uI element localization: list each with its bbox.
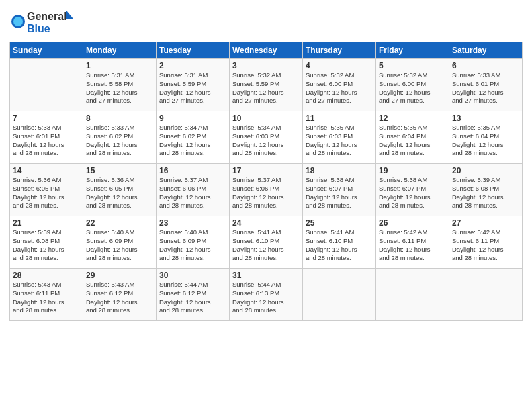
cell-content: Sunrise: 5:32 AM Sunset: 6:00 PM Dayligh… [306,71,373,105]
cell-content: Sunrise: 5:44 AM Sunset: 6:13 PM Dayligh… [232,281,300,315]
day-of-week-header: Thursday [303,42,376,59]
day-of-week-header: Wednesday [230,42,303,59]
calendar-cell: 3Sunrise: 5:32 AM Sunset: 5:59 PM Daylig… [230,59,303,111]
day-number: 25 [306,218,373,228]
cell-content: Sunrise: 5:41 AM Sunset: 6:10 PM Dayligh… [232,228,300,263]
day-number: 24 [232,218,300,228]
cell-content: Sunrise: 5:33 AM Sunset: 6:01 PM Dayligh… [13,124,80,158]
cell-content: Sunrise: 5:39 AM Sunset: 6:08 PM Dayligh… [452,176,519,210]
calendar-cell: 1Sunrise: 5:31 AM Sunset: 5:58 PM Daylig… [83,59,157,111]
calendar-cell: 15Sunrise: 5:36 AM Sunset: 6:05 PM Dayli… [83,164,157,216]
day-number: 31 [232,271,300,280]
svg-text:General: General [27,11,67,22]
calendar-cell: 5Sunrise: 5:32 AM Sunset: 6:00 PM Daylig… [376,59,449,111]
calendar-cell [449,269,523,321]
cell-content: Sunrise: 5:42 AM Sunset: 6:11 PM Dayligh… [379,228,446,263]
day-of-week-header: Tuesday [157,42,230,59]
calendar-cell: 4Sunrise: 5:32 AM Sunset: 6:00 PM Daylig… [303,59,376,111]
calendar-cell: 26Sunrise: 5:42 AM Sunset: 6:11 PM Dayli… [376,216,449,269]
day-number: 27 [452,218,519,228]
svg-point-4 [13,17,23,26]
calendar-cell: 9Sunrise: 5:34 AM Sunset: 6:02 PM Daylig… [157,111,230,164]
cell-content: Sunrise: 5:36 AM Sunset: 6:05 PM Dayligh… [86,176,153,210]
cell-content: Sunrise: 5:37 AM Sunset: 6:06 PM Dayligh… [159,176,226,210]
day-number: 19 [379,166,446,175]
calendar-cell: 10Sunrise: 5:34 AM Sunset: 6:03 PM Dayli… [230,111,303,164]
calendar-cell: 12Sunrise: 5:35 AM Sunset: 6:04 PM Dayli… [376,111,449,164]
day-number: 16 [159,166,226,175]
day-of-week-header: Sunday [10,42,83,59]
cell-content: Sunrise: 5:33 AM Sunset: 6:02 PM Dayligh… [86,124,153,158]
header: GeneralBlue [9,7,523,36]
day-number: 10 [232,113,300,123]
calendar-cell: 17Sunrise: 5:37 AM Sunset: 6:06 PM Dayli… [230,164,303,216]
calendar-cell: 19Sunrise: 5:38 AM Sunset: 6:07 PM Dayli… [376,164,449,216]
cell-content: Sunrise: 5:35 AM Sunset: 6:04 PM Dayligh… [379,124,446,158]
calendar-cell: 13Sunrise: 5:35 AM Sunset: 6:04 PM Dayli… [449,111,523,164]
calendar-cell: 20Sunrise: 5:39 AM Sunset: 6:08 PM Dayli… [449,164,523,216]
day-number: 30 [159,271,226,280]
day-number: 21 [13,218,80,228]
calendar-week-row: 14Sunrise: 5:36 AM Sunset: 6:05 PM Dayli… [10,164,523,216]
calendar-cell: 6Sunrise: 5:33 AM Sunset: 6:01 PM Daylig… [449,59,523,111]
calendar-cell: 8Sunrise: 5:33 AM Sunset: 6:02 PM Daylig… [83,111,157,164]
day-number: 26 [379,218,446,228]
calendar-cell: 24Sunrise: 5:41 AM Sunset: 6:10 PM Dayli… [230,216,303,269]
logo: GeneralBlue [9,7,77,36]
cell-content: Sunrise: 5:37 AM Sunset: 6:06 PM Dayligh… [232,176,300,210]
day-number: 3 [232,61,300,71]
day-number: 1 [86,61,153,71]
calendar-cell: 30Sunrise: 5:44 AM Sunset: 6:12 PM Dayli… [157,269,230,321]
page-container: GeneralBlue SundayMondayTuesdayWednesday… [0,0,532,328]
day-number: 28 [13,271,80,280]
calendar-week-row: 28Sunrise: 5:43 AM Sunset: 6:11 PM Dayli… [10,269,523,321]
calendar-cell: 7Sunrise: 5:33 AM Sunset: 6:01 PM Daylig… [10,111,83,164]
cell-content: Sunrise: 5:43 AM Sunset: 6:11 PM Dayligh… [13,281,80,315]
svg-text:Blue: Blue [27,23,50,34]
calendar-cell: 22Sunrise: 5:40 AM Sunset: 6:09 PM Dayli… [83,216,157,269]
day-number: 23 [159,218,226,228]
day-number: 4 [306,61,373,71]
day-of-week-header: Saturday [449,42,523,59]
calendar-cell: 23Sunrise: 5:40 AM Sunset: 6:09 PM Dayli… [157,216,230,269]
cell-content: Sunrise: 5:35 AM Sunset: 6:03 PM Dayligh… [306,124,373,158]
day-number: 12 [379,113,446,123]
cell-content: Sunrise: 5:32 AM Sunset: 5:59 PM Dayligh… [232,71,300,105]
calendar-cell: 18Sunrise: 5:38 AM Sunset: 6:07 PM Dayli… [303,164,376,216]
cell-content: Sunrise: 5:40 AM Sunset: 6:09 PM Dayligh… [159,228,226,263]
logo-svg: GeneralBlue [9,7,77,36]
day-number: 9 [159,113,226,123]
cell-content: Sunrise: 5:35 AM Sunset: 6:04 PM Dayligh… [452,124,519,158]
cell-content: Sunrise: 5:33 AM Sunset: 6:01 PM Dayligh… [452,71,519,105]
calendar-week-row: 21Sunrise: 5:39 AM Sunset: 6:08 PM Dayli… [10,216,523,269]
cell-content: Sunrise: 5:32 AM Sunset: 6:00 PM Dayligh… [379,71,446,105]
day-number: 7 [13,113,80,123]
day-of-week-header: Monday [83,42,157,59]
calendar-table: SundayMondayTuesdayWednesdayThursdayFrid… [9,42,523,321]
day-number: 20 [452,166,519,175]
calendar-week-row: 7Sunrise: 5:33 AM Sunset: 6:01 PM Daylig… [10,111,523,164]
day-number: 15 [86,166,153,175]
calendar-cell: 29Sunrise: 5:43 AM Sunset: 6:12 PM Dayli… [83,269,157,321]
day-of-week-header: Friday [376,42,449,59]
calendar-body: 1Sunrise: 5:31 AM Sunset: 5:58 PM Daylig… [10,59,523,321]
calendar-cell: 28Sunrise: 5:43 AM Sunset: 6:11 PM Dayli… [10,269,83,321]
cell-content: Sunrise: 5:38 AM Sunset: 6:07 PM Dayligh… [379,176,446,210]
calendar-cell [303,269,376,321]
day-number: 6 [452,61,519,71]
cell-content: Sunrise: 5:39 AM Sunset: 6:08 PM Dayligh… [13,228,80,263]
cell-content: Sunrise: 5:34 AM Sunset: 6:02 PM Dayligh… [159,124,226,158]
calendar-cell: 2Sunrise: 5:31 AM Sunset: 5:59 PM Daylig… [157,59,230,111]
day-number: 2 [159,61,226,71]
cell-content: Sunrise: 5:31 AM Sunset: 5:58 PM Dayligh… [86,71,153,105]
day-number: 14 [13,166,80,175]
calendar-week-row: 1Sunrise: 5:31 AM Sunset: 5:58 PM Daylig… [10,59,523,111]
cell-content: Sunrise: 5:36 AM Sunset: 6:05 PM Dayligh… [13,176,80,210]
day-number: 5 [379,61,446,71]
calendar-cell [10,59,83,111]
calendar-cell: 21Sunrise: 5:39 AM Sunset: 6:08 PM Dayli… [10,216,83,269]
cell-content: Sunrise: 5:34 AM Sunset: 6:03 PM Dayligh… [232,124,300,158]
day-number: 17 [232,166,300,175]
day-number: 18 [306,166,373,175]
day-number: 11 [306,113,373,123]
